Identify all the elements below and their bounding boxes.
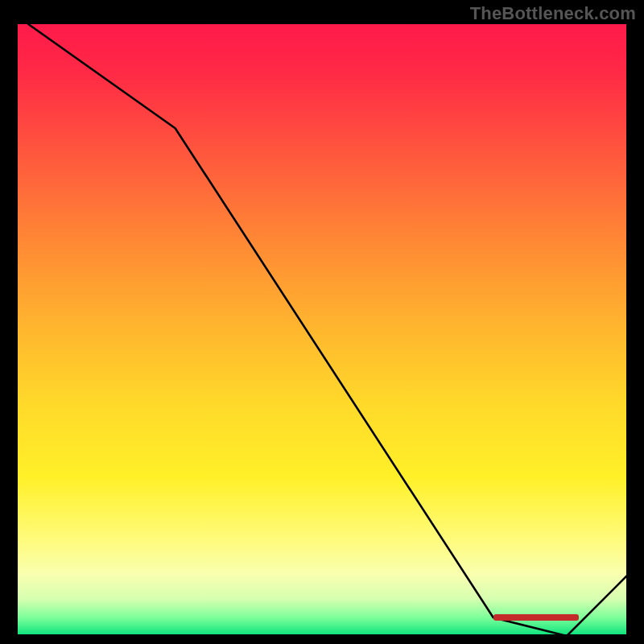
optimal-marker — [493, 614, 579, 621]
bottleneck-curve — [16, 24, 628, 636]
plot-frame — [16, 24, 628, 636]
watermark-text: TheBottleneck.com — [470, 3, 636, 24]
canvas: TheBottleneck.com — [0, 0, 644, 644]
